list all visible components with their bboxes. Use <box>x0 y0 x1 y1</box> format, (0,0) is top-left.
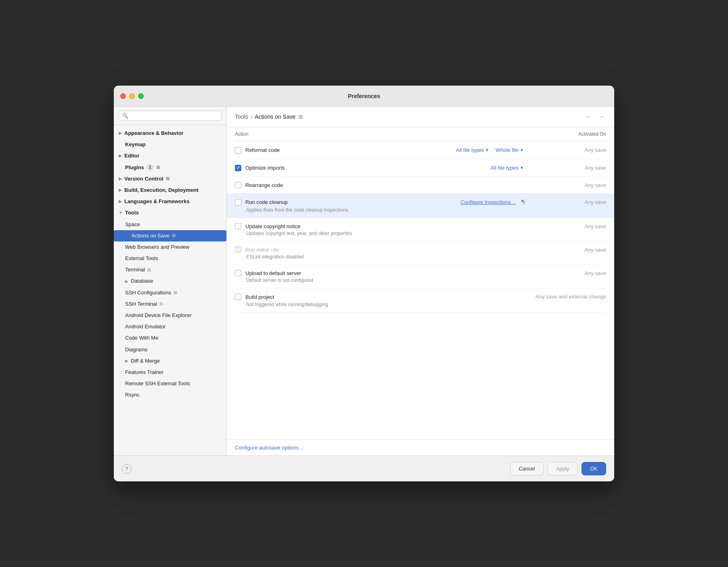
sidebar-item-space[interactable]: Space <box>114 219 226 230</box>
memo-icon: ⊞ <box>298 113 303 120</box>
sidebar-item-ssh-configurations[interactable]: SSH Configurations ⊞ <box>114 287 226 298</box>
reformat-activated: Any save <box>525 147 606 153</box>
sidebar-item-plugins[interactable]: Plugins 1 ⊞ <box>114 162 226 173</box>
maximize-button[interactable] <box>138 93 144 99</box>
sidebar-item-diagrams[interactable]: Diagrams <box>114 344 226 355</box>
sidebar-item-remote-ssh[interactable]: Remote SSH External Tools <box>114 378 226 389</box>
bottom-bar: ? Cancel Apply OK <box>114 456 614 481</box>
sidebar-item-appearance[interactable]: ▶ Appearance & Behavior <box>114 128 226 139</box>
run-eslint-sub: ESLint integration disabled <box>235 254 606 260</box>
settings-icon: ⊞ <box>159 301 163 307</box>
title-bar: Preferences <box>114 86 614 107</box>
optimize-activated: Any save <box>525 165 606 171</box>
apply-button[interactable]: Apply <box>548 462 578 475</box>
table-row: Update copyright notice Any save Updates… <box>235 218 606 242</box>
sidebar-item-web-browsers[interactable]: Web Browsers and Preview <box>114 242 226 253</box>
breadcrumb-current: Actions on Save <box>255 113 295 120</box>
sidebar-item-android-emulator[interactable]: Android Emulator <box>114 321 226 332</box>
sidebar-item-languages[interactable]: ▶ Languages & Frameworks <box>114 196 226 207</box>
search-input[interactable] <box>131 113 218 119</box>
whole-file-dropdown[interactable]: Whole file ▼ <box>494 146 525 154</box>
close-button[interactable] <box>120 93 126 99</box>
window-title: Preferences <box>348 93 380 99</box>
sidebar-item-rsync[interactable]: Rsync <box>114 389 226 401</box>
sidebar-item-ssh-terminal[interactable]: SSH Terminal ⊞ <box>114 298 226 310</box>
chevron-right-icon: ▶ <box>125 279 128 284</box>
settings-icon: ⊞ <box>174 290 177 296</box>
nav-buttons: ← → <box>584 112 606 121</box>
all-file-types-dropdown-2[interactable]: All file types ▼ <box>489 164 525 172</box>
row-main: Update copyright notice Any save <box>235 223 606 229</box>
sidebar-item-build[interactable]: ▶ Build, Execution, Deployment <box>114 185 226 196</box>
build-activated: Any save and external change <box>525 293 606 300</box>
preferences-window: Preferences 🔍 ▶ Appearance & Behavior Ke… <box>114 86 614 481</box>
rearrange-code-checkbox[interactable] <box>235 182 241 188</box>
search-wrapper[interactable]: 🔍 <box>119 111 222 121</box>
cleanup-activated: Any save <box>525 199 606 205</box>
sidebar-item-version-control[interactable]: ▶ Version Control ⊞ <box>114 173 226 185</box>
cursor-icon: ↰ <box>520 198 525 206</box>
cancel-button[interactable]: Cancel <box>510 462 543 475</box>
row-main: Rearrange code Any save <box>235 182 606 188</box>
sidebar-item-features-trainer[interactable]: Features Trainer <box>114 367 226 378</box>
bottom-buttons: Cancel Apply OK <box>510 462 606 475</box>
configure-autosave-link[interactable]: Configure autosave options… <box>235 445 304 451</box>
upload-server-checkbox[interactable] <box>235 270 241 276</box>
settings-icon: ⊞ <box>147 267 151 273</box>
row-main: Run eslint --fix Any save <box>235 246 606 253</box>
upload-activated: Any save <box>525 270 606 276</box>
sidebar-item-android-device[interactable]: Android Device File Explorer <box>114 310 226 321</box>
update-copyright-checkbox[interactable] <box>235 223 241 229</box>
table-row: Reformat code All file types ▼ Whole fil… <box>235 141 606 159</box>
sidebar-item-actions-on-save[interactable]: Actions on Save ⊞ <box>114 230 226 242</box>
traffic-lights <box>120 93 144 99</box>
row-main: Reformat code All file types ▼ Whole fil… <box>235 146 606 154</box>
breadcrumb: Tools › Actions on Save ⊞ <box>235 113 303 120</box>
run-code-cleanup-sub: Applies fixes from the code cleanup insp… <box>235 207 606 213</box>
settings-icon: ⊞ <box>156 164 160 170</box>
table-row: Run eslint --fix Any save ESLint integra… <box>235 242 606 265</box>
table-row: Upload to default server Any save Defaul… <box>235 265 606 288</box>
nav-back-button[interactable]: ← <box>584 112 593 121</box>
reformat-code-checkbox[interactable] <box>235 147 241 153</box>
row-controls: All file types ▼ Whole file ▼ <box>454 146 525 154</box>
sidebar-item-editor[interactable]: ▶ Editor <box>114 150 226 162</box>
dropdown-arrow-icon: ▼ <box>520 148 524 152</box>
sidebar-item-code-with-me[interactable]: Code With Me <box>114 332 226 344</box>
row-controls: Configure inspections… ↰ <box>460 198 525 206</box>
sidebar-item-terminal[interactable]: Terminal ⊞ <box>114 264 226 275</box>
footer-link-area: Configure autosave options… <box>227 439 614 456</box>
build-project-checkbox[interactable] <box>235 294 241 300</box>
update-copyright-label: Update copyright notice <box>245 223 525 229</box>
sidebar: 🔍 ▶ Appearance & Behavior Keymap ▶ Edito… <box>114 107 227 456</box>
build-project-label: Build project <box>245 294 525 300</box>
update-copyright-sub: Updates copyright text, year, and other … <box>235 231 606 236</box>
sidebar-list: ▶ Appearance & Behavior Keymap ▶ Editor … <box>114 125 226 456</box>
upload-server-sub: Default server is not configured <box>235 277 606 283</box>
settings-icon: ⊞ <box>166 176 169 182</box>
configure-inspections-link[interactable]: Configure inspections… <box>460 199 516 205</box>
chevron-right-icon: ▶ <box>125 358 128 364</box>
sidebar-item-diff-merge[interactable]: ▶ Diff & Merge <box>114 355 226 367</box>
ok-button[interactable]: OK <box>582 462 606 475</box>
nav-forward-button[interactable]: → <box>596 112 606 121</box>
settings-icon: ⊞ <box>172 233 176 239</box>
run-code-cleanup-checkbox[interactable] <box>235 199 241 206</box>
copyright-activated: Any save <box>525 223 606 229</box>
chevron-right-icon: ▶ <box>119 176 122 182</box>
rearrange-activated: Any save <box>525 182 606 188</box>
chevron-right-icon: ▶ <box>119 153 122 159</box>
help-button[interactable]: ? <box>122 464 132 474</box>
sidebar-item-keymap[interactable]: Keymap <box>114 139 226 150</box>
optimize-imports-checkbox[interactable] <box>235 165 241 171</box>
sidebar-item-external-tools[interactable]: External Tools <box>114 253 226 264</box>
col-activated-header: Activated On <box>525 131 606 137</box>
upload-server-label: Upload to default server <box>245 270 525 276</box>
all-file-types-dropdown[interactable]: All file types ▼ <box>454 146 491 154</box>
build-project-sub: Not triggered while running/debugging <box>235 302 606 307</box>
table-row: Rearrange code Any save <box>235 177 606 193</box>
col-action-header: Action <box>235 131 525 137</box>
sidebar-item-database[interactable]: ▶ Database <box>114 275 226 287</box>
sidebar-item-tools[interactable]: ▼ Tools <box>114 207 226 218</box>
minimize-button[interactable] <box>129 93 135 99</box>
